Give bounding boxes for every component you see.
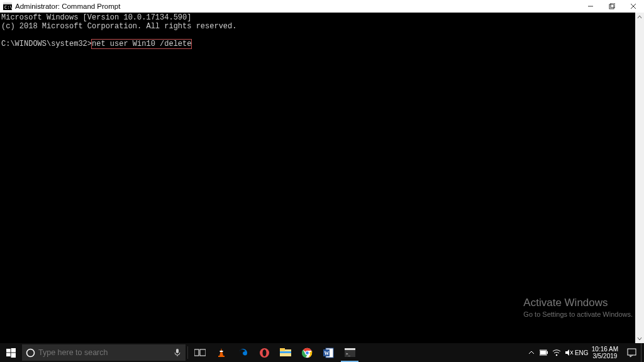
taskbar-app-opera[interactable] (253, 343, 275, 362)
tray-time: 10:16 AM (592, 346, 618, 353)
start-button[interactable] (0, 343, 21, 362)
svg-rect-23 (280, 348, 285, 351)
terminal-icon: >_ (345, 348, 355, 357)
vertical-scrollbar[interactable] (635, 13, 644, 343)
window-controls (580, 0, 644, 13)
svg-rect-24 (280, 351, 291, 353)
windows-start-icon (6, 348, 16, 358)
maximize-icon (609, 3, 615, 9)
prompt-text: C:\WINDOWS\system32> (1, 40, 92, 48)
wifi-icon (552, 349, 561, 356)
taskbar-app-terminal[interactable]: >_ (339, 343, 360, 362)
volume-muted-icon (565, 349, 574, 356)
minimize-button[interactable] (580, 0, 601, 13)
tray-power-icon[interactable] (538, 343, 550, 362)
cmd-icon: C:\ (3, 1, 13, 11)
chrome-icon (302, 348, 313, 358)
svg-point-37 (555, 354, 557, 356)
svg-rect-36 (540, 351, 546, 354)
svg-marker-38 (565, 349, 569, 356)
notification-icon (627, 348, 636, 358)
file-explorer-icon (280, 348, 291, 357)
version-line: Microsoft Windows [Version 10.0.17134.59… (1, 13, 191, 22)
scroll-up-button[interactable] (635, 13, 644, 21)
command-text: net user Win10 /delete (92, 40, 191, 48)
svg-rect-32 (345, 348, 355, 350)
opera-icon (259, 348, 270, 358)
svg-rect-4 (609, 4, 614, 9)
svg-text:W: W (324, 351, 329, 356)
svg-rect-15 (194, 349, 199, 356)
chevron-up-icon (637, 14, 642, 19)
search-input-wrap (38, 348, 169, 357)
word-icon: W (323, 348, 334, 358)
taskbar-app-vlc[interactable] (211, 343, 232, 362)
console-area: Microsoft Windows [Version 10.0.17134.59… (0, 13, 644, 343)
chevron-up-icon (528, 349, 535, 356)
tray-notifications-button[interactable] (622, 348, 641, 358)
chevron-down-icon (637, 336, 642, 341)
taskbar-app-file-explorer[interactable] (275, 343, 296, 362)
taskbar-divider (187, 346, 188, 359)
edge-icon (238, 348, 248, 358)
scroll-down-button[interactable] (635, 334, 644, 343)
vlc-icon (216, 348, 226, 358)
mic-icon[interactable] (169, 348, 186, 357)
cortana-circle-icon (22, 348, 38, 358)
window-title: Administrator: Command Prompt (15, 3, 580, 10)
close-button[interactable] (623, 0, 644, 13)
show-desktop-button[interactable] (641, 343, 644, 362)
taskbar-app-word[interactable]: W (318, 343, 339, 362)
svg-point-21 (262, 349, 266, 356)
svg-point-12 (26, 349, 34, 356)
system-tray: ENG 10:16 AM 3/5/2019 (525, 343, 644, 362)
svg-text:C:\: C:\ (4, 5, 12, 10)
search-input[interactable] (38, 348, 169, 357)
command-prompt-window: C:\ Administrator: Command Prompt Micros… (0, 0, 644, 343)
activate-windows-watermark: Activate Windows Go to Settings to activ… (523, 297, 633, 318)
svg-rect-10 (6, 353, 11, 356)
taskbar-app-edge[interactable] (232, 343, 253, 362)
svg-rect-18 (220, 351, 223, 352)
maximize-button[interactable] (601, 0, 623, 13)
copyright-line: (c) 2018 Microsoft Corporation. All righ… (1, 22, 236, 31)
minimize-icon (587, 3, 594, 9)
search-box[interactable] (22, 344, 186, 361)
svg-rect-35 (547, 351, 548, 354)
tray-volume-icon[interactable] (563, 343, 575, 362)
tray-overflow-button[interactable] (525, 343, 538, 362)
console-output[interactable]: Microsoft Windows [Version 10.0.17134.59… (0, 13, 635, 343)
svg-rect-9 (11, 348, 16, 353)
titlebar[interactable]: C:\ Administrator: Command Prompt (0, 0, 644, 13)
svg-rect-11 (11, 353, 16, 358)
power-icon (540, 349, 548, 356)
svg-rect-41 (628, 349, 636, 355)
svg-text:>_: >_ (346, 351, 351, 356)
taskbar: W >_ ENG 10:16 AM 3/5/2019 (0, 343, 644, 362)
task-icons: W >_ (189, 343, 360, 362)
close-icon (630, 3, 636, 9)
svg-rect-5 (611, 3, 615, 8)
activate-subtext: Go to Settings to activate Windows. (523, 310, 633, 318)
svg-rect-8 (6, 348, 11, 352)
svg-rect-16 (200, 349, 206, 356)
taskbar-app-chrome[interactable] (296, 343, 318, 362)
tray-network-icon[interactable] (550, 343, 563, 362)
svg-rect-1 (3, 3, 12, 4)
tray-clock[interactable]: 10:16 AM 3/5/2019 (588, 346, 622, 359)
svg-rect-13 (176, 349, 179, 353)
task-view-icon (194, 348, 206, 357)
svg-rect-19 (218, 356, 225, 357)
task-view-button[interactable] (189, 343, 211, 362)
tray-language[interactable]: ENG (575, 343, 588, 362)
activate-title: Activate Windows (523, 297, 633, 309)
tray-date: 3/5/2019 (592, 353, 618, 359)
